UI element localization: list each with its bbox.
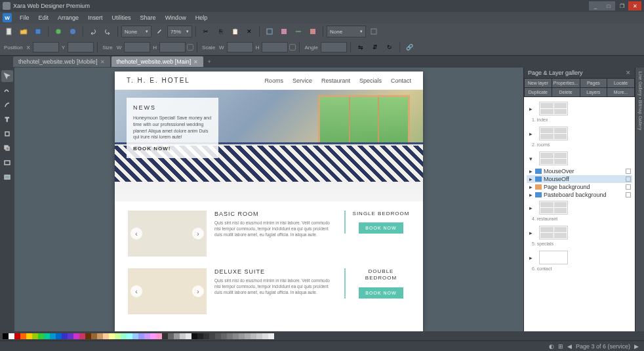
color-swatch[interactable] (127, 333, 132, 339)
page-node[interactable]: ▸ (527, 100, 632, 117)
pinned-galleries[interactable]: Line Gallery • Bitmap Gallery (635, 68, 644, 331)
document-tab[interactable]: thehotel_website.web [Mobile]✕ (13, 56, 110, 67)
color-swatch[interactable] (239, 333, 245, 339)
gallery-names-button[interactable] (263, 25, 276, 38)
layer-mouseover[interactable]: ▸MouseOver (527, 167, 632, 175)
window-maximize-button[interactable]: □ (602, 1, 615, 10)
color-swatch[interactable] (221, 333, 227, 339)
color-swatch[interactable] (262, 333, 268, 339)
visibility-toggle[interactable] (626, 192, 631, 197)
expand-icon[interactable]: ▸ (528, 176, 533, 182)
color-swatch[interactable] (191, 333, 197, 339)
carousel-prev-icon[interactable]: ‹ (131, 228, 142, 239)
duplicate-button[interactable]: Duplicate (525, 88, 552, 96)
angle-input[interactable] (321, 42, 347, 52)
carousel-next-icon[interactable]: › (192, 228, 204, 239)
carousel-next-icon[interactable]: › (192, 285, 204, 297)
zoom-shortcut-icon[interactable]: ◐ (549, 343, 554, 350)
freehand-tool[interactable] (1, 85, 13, 96)
export-button[interactable] (66, 25, 79, 38)
color-swatch[interactable] (138, 333, 144, 339)
close-tab-icon[interactable]: ✕ (193, 59, 198, 65)
new-layer-button[interactable]: New layer (525, 79, 552, 87)
open-button[interactable] (17, 25, 30, 38)
fill-tool[interactable] (1, 128, 13, 140)
photo-tool[interactable] (1, 171, 13, 183)
pages-button[interactable]: Pages (580, 79, 607, 87)
menu-edit[interactable]: Edit (35, 13, 53, 22)
flip-h-button[interactable]: ⇋ (354, 41, 367, 54)
size-w-input[interactable] (124, 42, 150, 52)
shadow-tool[interactable] (1, 142, 13, 154)
color-swatch[interactable] (85, 333, 91, 339)
save-button[interactable] (31, 25, 45, 38)
book-now-link[interactable]: BOOK NOW! (133, 146, 212, 152)
zoom-dropdown[interactable]: 75% (167, 26, 192, 37)
color-swatch[interactable] (197, 333, 203, 339)
layers-button[interactable]: Layers (580, 88, 607, 96)
secondary-button[interactable] (367, 25, 380, 38)
page-node[interactable]: ▸ (527, 199, 632, 217)
color-swatch[interactable] (32, 333, 38, 339)
expand-icon[interactable]: ▸ (528, 230, 533, 236)
color-swatch[interactable] (14, 333, 20, 339)
color-swatch[interactable] (20, 333, 26, 339)
cut-button[interactable]: ✂ (199, 25, 212, 38)
page[interactable]: T. H. E. HOTEL Rooms Service Restaurant … (115, 72, 423, 331)
color-swatch[interactable] (174, 333, 180, 339)
color-swatch[interactable] (91, 333, 97, 339)
document-tab-active[interactable]: thehotel_website.web [Main]✕ (111, 56, 204, 67)
style-dropdown[interactable]: None (121, 26, 151, 37)
scale-h-input[interactable] (262, 42, 288, 52)
color-swatch[interactable] (268, 333, 274, 339)
delete-button[interactable]: ✕ (243, 25, 256, 38)
color-swatch[interactable] (79, 333, 85, 339)
layer-mouseoff-selected[interactable]: ▸MouseOff (527, 175, 632, 183)
aspect-lock-icon[interactable] (187, 44, 193, 51)
menu-window[interactable]: Window (161, 13, 190, 22)
color-swatch[interactable] (73, 333, 79, 339)
expand-icon[interactable]: ▸ (528, 106, 533, 112)
color-swatch[interactable] (150, 333, 156, 339)
size-h-input[interactable] (159, 42, 186, 52)
copy-button[interactable]: ⎘ (214, 25, 227, 38)
page-node[interactable]: ▸ (527, 125, 632, 142)
flip-v-button[interactable]: ⇵ (369, 41, 382, 54)
color-swatch[interactable] (233, 333, 239, 339)
color-swatch[interactable] (180, 333, 186, 339)
text-tool[interactable]: T (1, 114, 13, 125)
color-swatch[interactable] (209, 333, 215, 339)
color-swatch[interactable] (44, 333, 50, 339)
menu-file[interactable]: File (16, 13, 33, 22)
color-swatch[interactable] (103, 333, 109, 339)
color-swatch[interactable] (215, 333, 221, 339)
selector-tool[interactable] (1, 70, 13, 82)
color-swatch[interactable] (50, 333, 56, 339)
delete-button[interactable]: Delete (552, 88, 580, 96)
layer-pasteboard-bg[interactable]: ▸Pasteboard background (527, 191, 632, 199)
carousel-prev-icon[interactable]: ‹ (131, 285, 142, 297)
color-swatch[interactable] (144, 333, 150, 339)
pos-x-input[interactable] (33, 42, 59, 52)
menu-share[interactable]: Share (136, 13, 160, 22)
link-button[interactable]: 🔗 (403, 41, 416, 54)
color-swatch[interactable] (62, 333, 68, 339)
window-close-button[interactable]: ✕ (628, 1, 641, 10)
visibility-toggle[interactable] (626, 169, 631, 174)
color-swatch[interactable] (186, 333, 191, 339)
color-swatch[interactable] (168, 333, 174, 339)
redo-button[interactable] (101, 25, 114, 38)
expand-icon[interactable]: ▸ (528, 184, 533, 190)
color-swatch[interactable] (251, 333, 256, 339)
expand-icon[interactable]: ▸ (528, 168, 533, 175)
secondary-dropdown[interactable]: None (327, 26, 366, 37)
color-swatch[interactable] (97, 333, 103, 339)
color-swatch[interactable] (9, 333, 14, 339)
rectangle-tool[interactable] (1, 157, 13, 169)
expand-icon[interactable]: ▸ (528, 131, 533, 137)
color-swatch[interactable] (156, 333, 162, 339)
color-swatch[interactable] (162, 333, 168, 339)
color-swatch[interactable] (56, 333, 62, 339)
add-tab-button[interactable]: + (205, 57, 214, 66)
panel-close-icon[interactable]: ✕ (626, 70, 631, 76)
